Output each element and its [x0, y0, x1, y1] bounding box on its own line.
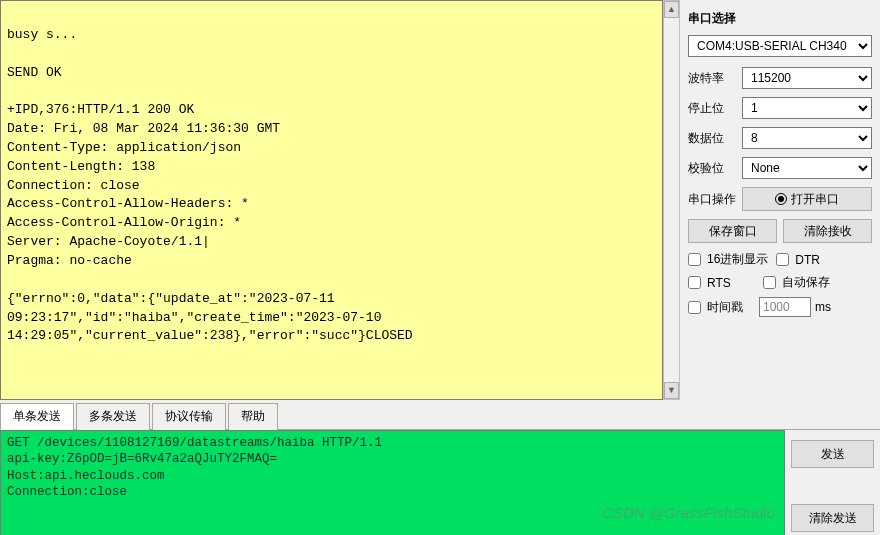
- settings-panel: 串口选择 COM4:USB-SERIAL CH340 波特率 115200 停止…: [680, 0, 880, 400]
- parity-label: 校验位: [688, 160, 736, 177]
- port-op-label: 串口操作: [688, 191, 736, 208]
- open-port-label: 打开串口: [791, 191, 839, 208]
- interval-input[interactable]: [759, 297, 811, 317]
- rts-checkbox[interactable]: [688, 276, 701, 289]
- send-button[interactable]: 发送: [791, 440, 874, 468]
- tab-protocol[interactable]: 协议传输: [152, 403, 226, 430]
- databits-select[interactable]: 8: [742, 127, 872, 149]
- hex-display-checkbox[interactable]: [688, 253, 701, 266]
- tab-single-send[interactable]: 单条发送: [0, 403, 74, 430]
- parity-select[interactable]: None: [742, 157, 872, 179]
- autosave-label: 自动保存: [782, 274, 830, 291]
- databits-label: 数据位: [688, 130, 736, 147]
- send-textarea[interactable]: GET /devices/1108127169/datastreams/haib…: [0, 430, 785, 535]
- port-status-icon: [775, 193, 787, 205]
- receive-scrollbar[interactable]: ▲ ▼: [663, 0, 680, 400]
- scroll-track[interactable]: [664, 18, 679, 382]
- timestamp-label: 时间戳: [707, 299, 743, 316]
- port-section-title: 串口选择: [688, 10, 872, 27]
- save-window-button[interactable]: 保存窗口: [688, 219, 777, 243]
- dtr-checkbox[interactable]: [776, 253, 789, 266]
- tab-help[interactable]: 帮助: [228, 403, 278, 430]
- scroll-up-button[interactable]: ▲: [664, 1, 679, 18]
- clear-receive-button[interactable]: 清除接收: [783, 219, 872, 243]
- stopbits-select[interactable]: 1: [742, 97, 872, 119]
- rts-label: RTS: [707, 276, 731, 290]
- autosave-checkbox[interactable]: [763, 276, 776, 289]
- open-port-button[interactable]: 打开串口: [742, 187, 872, 211]
- stopbits-label: 停止位: [688, 100, 736, 117]
- baud-select[interactable]: 115200: [742, 67, 872, 89]
- send-buttons-panel: 发送 清除发送: [785, 430, 880, 535]
- interval-unit: ms: [815, 300, 831, 314]
- receive-textarea[interactable]: busy s... SEND OK +IPD,376:HTTP/1.1 200 …: [0, 0, 663, 400]
- scroll-down-button[interactable]: ▼: [664, 382, 679, 399]
- clear-send-button[interactable]: 清除发送: [791, 504, 874, 532]
- send-tabs: 单条发送 多条发送 协议传输 帮助: [0, 402, 880, 430]
- hex-display-label: 16进制显示: [707, 251, 768, 268]
- timestamp-checkbox[interactable]: [688, 301, 701, 314]
- tab-multi-send[interactable]: 多条发送: [76, 403, 150, 430]
- dtr-label: DTR: [795, 253, 820, 267]
- port-select[interactable]: COM4:USB-SERIAL CH340: [688, 35, 872, 57]
- baud-label: 波特率: [688, 70, 736, 87]
